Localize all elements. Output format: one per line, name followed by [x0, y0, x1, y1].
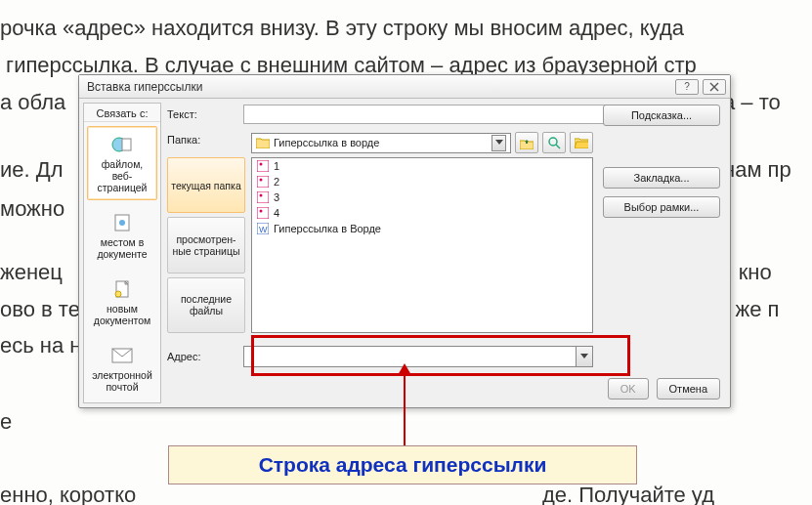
file-name: 3: [274, 191, 279, 203]
link-to-label-text: местом в документе: [97, 236, 147, 260]
doc-text: енно, коротко: [0, 477, 136, 505]
image-file-icon: [256, 190, 270, 204]
svg-text:W: W: [259, 225, 268, 234]
image-file-icon: [256, 159, 270, 173]
svg-rect-14: [257, 207, 269, 219]
doc-text: а – то: [723, 84, 781, 121]
list-item[interactable]: 4: [252, 205, 592, 221]
annotation-callout: Строка адреса гиперссылки: [168, 445, 637, 484]
dialog-title: Вставка гиперссылки: [87, 80, 671, 94]
doc-text: нам пр: [723, 151, 791, 189]
folder-icon: [256, 137, 270, 148]
doc-text: есь на н: [0, 327, 81, 364]
globe-file-icon: [110, 133, 134, 156]
email-icon: [110, 344, 134, 367]
text-label: Текст:: [167, 108, 243, 120]
svg-rect-12: [257, 191, 269, 203]
word-file-icon: W: [256, 222, 270, 235]
search-web-icon: [547, 136, 561, 149]
file-name: Гиперссылка в Ворде: [274, 223, 381, 234]
svg-point-11: [260, 179, 263, 182]
svg-point-3: [119, 220, 125, 226]
address-input[interactable]: [243, 346, 593, 367]
look-in-value: Гиперссылка в ворде: [274, 137, 379, 148]
svg-point-7: [549, 138, 557, 146]
arrow-line: [404, 369, 406, 449]
up-one-level-button[interactable]: [515, 132, 538, 153]
screen-tip-button[interactable]: Подсказка...: [603, 105, 720, 126]
recent-files-button[interactable]: последние файлы: [167, 277, 245, 333]
file-name: 1: [274, 160, 279, 172]
list-item[interactable]: 3: [252, 189, 592, 205]
browse-web-button[interactable]: [542, 132, 566, 153]
svg-rect-8: [257, 160, 269, 172]
cancel-button[interactable]: Отмена: [657, 378, 720, 400]
look-in-label: Папка:: [167, 134, 243, 146]
folder-up-icon: [520, 136, 534, 149]
look-in-combo[interactable]: Гиперссылка в ворде: [251, 133, 511, 153]
link-to-place-in-doc[interactable]: местом в документе: [87, 204, 157, 267]
doc-text: можно: [0, 190, 64, 228]
chevron-down-icon[interactable]: [576, 347, 592, 366]
close-button[interactable]: [703, 79, 726, 95]
link-to-label-text: файлом, веб-страницей: [97, 158, 147, 193]
svg-rect-10: [257, 176, 269, 188]
file-list[interactable]: 1 2 3 4 W Гиперссылка в Ворде: [251, 157, 593, 333]
bookmark-place-icon: [110, 211, 134, 234]
look-in-row: Гиперссылка в ворде: [251, 132, 593, 153]
dialog-titlebar: Вставка гиперссылки ?: [79, 75, 730, 99]
target-frame-button[interactable]: Выбор рамки...: [603, 196, 720, 218]
open-folder-icon: [575, 137, 588, 148]
new-doc-icon: [110, 277, 134, 301]
close-icon: [709, 82, 719, 92]
link-to-label-text: новым документом: [94, 303, 150, 326]
image-file-icon: [256, 206, 270, 220]
browse-file-button[interactable]: [570, 132, 593, 153]
image-file-icon: [256, 175, 270, 189]
list-item[interactable]: W Гиперссылка в Ворде: [252, 221, 592, 236]
doc-text: е: [0, 403, 12, 441]
chevron-down-icon: [491, 135, 506, 151]
doc-text: рочка «адрес» находится внизу. В эту стр…: [0, 10, 684, 47]
svg-point-5: [115, 291, 121, 297]
svg-rect-1: [122, 139, 131, 150]
current-folder-button[interactable]: текущая папка: [167, 157, 245, 213]
dialog-action-buttons: OK Отмена: [608, 378, 720, 400]
help-button[interactable]: ?: [675, 79, 699, 95]
list-item[interactable]: 2: [252, 174, 592, 189]
doc-text: ово в те: [0, 291, 80, 328]
link-to-label-text: электронной почтой: [92, 369, 152, 393]
browsed-pages-button[interactable]: просмотрен-ные страницы: [167, 217, 245, 273]
link-to-panel: Связать с: файлом, веб-страницей местом …: [83, 103, 161, 403]
doc-text: женец: [0, 254, 63, 291]
link-to-new-doc[interactable]: новым документом: [87, 271, 157, 333]
list-item[interactable]: 1: [252, 158, 592, 174]
link-to-label: Связать с:: [84, 104, 160, 122]
ok-button[interactable]: OK: [608, 378, 649, 400]
address-label: Адрес:: [167, 351, 243, 362]
link-to-email[interactable]: электронной почтой: [87, 337, 157, 400]
file-name: 4: [274, 207, 279, 219]
doc-text: ие. Дл: [0, 151, 64, 189]
svg-point-9: [260, 163, 263, 166]
address-row: Адрес:: [167, 341, 593, 372]
insert-hyperlink-dialog: Вставка гиперссылки ? Текст: Подсказка..…: [78, 74, 731, 408]
svg-point-15: [260, 210, 263, 213]
file-name: 2: [274, 176, 279, 188]
svg-point-13: [260, 194, 263, 197]
bookmark-button[interactable]: Закладка...: [603, 167, 720, 189]
link-to-file-web[interactable]: файлом, веб-страницей: [87, 126, 157, 200]
